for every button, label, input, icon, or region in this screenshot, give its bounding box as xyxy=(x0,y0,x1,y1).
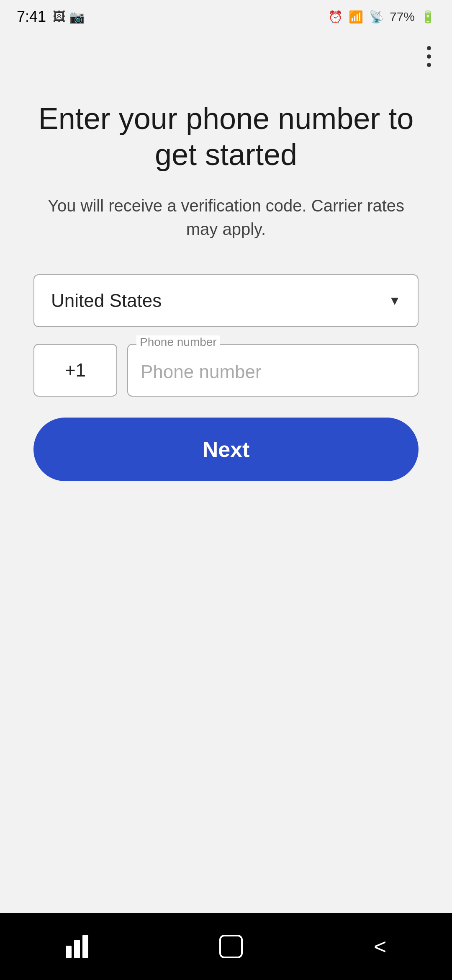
phone-number-input[interactable] xyxy=(141,357,405,382)
phone-input-row: +1 Phone number xyxy=(33,344,419,397)
next-button[interactable]: Next xyxy=(33,418,419,481)
camera-icon: 📷 xyxy=(69,10,85,24)
status-icons: 🖼 📷 xyxy=(53,10,85,24)
nav-bar: < xyxy=(0,913,452,980)
home-icon xyxy=(219,935,243,958)
recent-apps-button[interactable] xyxy=(66,935,88,958)
dot-2 xyxy=(427,54,431,59)
page-subtext: You will receive a verification code. Ca… xyxy=(33,194,419,241)
home-button[interactable] xyxy=(219,935,243,958)
country-selector[interactable]: United States ▼ xyxy=(33,274,419,327)
back-arrow-icon: < xyxy=(374,934,386,959)
status-bar-left: 7:41 🖼 📷 xyxy=(17,8,85,26)
chevron-down-icon: ▼ xyxy=(388,294,401,308)
dot-1 xyxy=(427,46,431,50)
country-code-value: +1 xyxy=(65,360,86,381)
recent-apps-icon xyxy=(66,935,88,958)
status-bar-right: ⏰ 📶 📡 77% 🔋 xyxy=(328,10,435,24)
phone-field-label: Phone number xyxy=(136,335,220,349)
phone-number-field[interactable]: Phone number xyxy=(127,344,419,397)
country-selector-value: United States xyxy=(51,290,162,311)
country-code-box[interactable]: +1 xyxy=(33,344,117,397)
page-heading: Enter your phone number to get started xyxy=(33,101,419,173)
top-menu-area xyxy=(0,34,452,75)
status-bar: 7:41 🖼 📷 ⏰ 📶 📡 77% 🔋 xyxy=(0,0,452,34)
wifi-icon: 📶 xyxy=(349,10,363,24)
gallery-icon: 🖼 xyxy=(53,10,65,24)
more-options-button[interactable] xyxy=(423,42,435,71)
battery-icon: 🔋 xyxy=(421,10,435,24)
battery-level: 77% xyxy=(390,10,415,24)
signal-icon: 📡 xyxy=(369,10,384,24)
status-time: 7:41 xyxy=(17,8,46,26)
alarm-icon: ⏰ xyxy=(328,10,343,24)
dot-3 xyxy=(427,63,431,67)
main-content: Enter your phone number to get started Y… xyxy=(0,75,452,913)
back-button[interactable]: < xyxy=(374,934,386,959)
